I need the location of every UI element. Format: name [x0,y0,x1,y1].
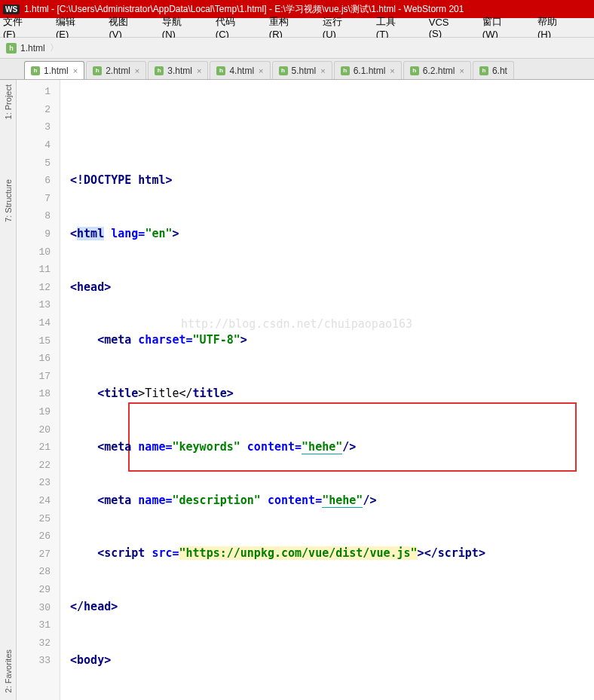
line-number: 12 [17,279,60,297]
tool-structure[interactable]: 7: Structure [4,179,13,222]
tool-project[interactable]: 1: Project [4,84,13,119]
line-number: 26 [17,527,60,546]
line-number: 10 [17,243,60,261]
html-file-icon: h [216,66,225,75]
line-number: 21 [17,439,60,457]
close-icon[interactable]: × [320,66,325,75]
tab-label: 5.html [292,66,317,76]
html-file-icon: h [31,66,40,75]
html-file-icon: h [341,66,350,75]
html-file-icon: h [93,66,102,75]
html-file-icon: h [155,66,164,75]
tab-label: 6.ht [492,66,507,76]
line-number: 14 [17,314,60,332]
line-number: 18 [17,385,60,403]
line-number: 16 [17,350,60,368]
menu-run[interactable]: 运行 (U) [323,15,366,40]
window-title: 1.html - [C:\Users\Administrator\AppData… [24,3,464,16]
line-number: 6 [17,172,60,190]
line-number-gutter: 1234567891011121314151617181920212223242… [17,80,60,700]
app-badge: WS [3,5,20,14]
html-file-icon: h [279,66,288,75]
line-number: 13 [17,296,60,314]
line-number: 29 [17,581,60,599]
tab-2-html[interactable]: h 2.html × [86,61,146,79]
watermark-text: http://blog.csdn.net/chuipaopao163 [181,316,412,334]
menu-edit[interactable]: 编辑 (E) [56,15,98,40]
tab-label: 2.html [106,66,130,76]
menu-code[interactable]: 代码 (C) [216,15,259,40]
menu-file[interactable]: 文件 (F) [3,15,45,40]
line-number: 30 [17,598,60,616]
line-number: 19 [17,403,60,421]
line-number: 3 [17,118,60,136]
tab-label: 6.2.html [423,66,455,76]
line-number: 23 [17,474,60,492]
close-icon[interactable]: × [73,66,78,75]
line-number: 15 [17,332,60,350]
tab-6-2-html[interactable]: h 6.2.html × [403,61,471,79]
line-number: 7 [17,190,60,208]
menu-tools[interactable]: 工具 (T) [376,15,418,40]
close-icon[interactable]: × [197,66,201,75]
line-number: 5 [17,154,60,172]
close-icon[interactable]: × [390,66,394,75]
menu-bar: 文件 (F) 编辑 (E) 视图 (V) 导航 (N) 代码 (C) 重构 (R… [0,18,594,38]
line-number: 2 [17,101,60,119]
code-editor[interactable]: http://blog.csdn.net/chuipaopao163 <!DOC… [60,80,594,700]
tab-6-html-partial[interactable]: h 6.ht [473,61,514,79]
tab-6-1-html[interactable]: h 6.1.html × [334,61,402,79]
menu-help[interactable]: 帮助 (H) [537,15,580,40]
line-number: 17 [17,368,60,386]
editor-tab-bar: h 1.html × h 2.html × h 3.html × h 4.htm… [0,59,594,80]
menu-view[interactable]: 视图 (V) [109,15,151,40]
breadcrumb: h 1.html 〉 [0,38,594,59]
tab-label: 3.html [167,66,192,76]
close-icon[interactable]: × [459,66,464,75]
annotation-red-box [128,402,577,472]
line-number: 24 [17,492,60,510]
line-number: 8 [17,207,60,225]
menu-refactor[interactable]: 重构 (R) [269,15,312,40]
menu-vcs[interactable]: VCS (S) [429,17,472,39]
line-number: 33 [17,652,60,670]
tool-strip-left: 1: Project 7: Structure 2: Favorites [0,80,17,700]
menu-window[interactable]: 窗口 (W) [482,15,527,40]
breadcrumb-file[interactable]: 1.html [20,43,45,53]
tab-4-html[interactable]: h 4.html × [210,61,270,79]
menu-navigate[interactable]: 导航 (N) [162,15,205,40]
tab-3-html[interactable]: h 3.html × [148,61,208,79]
tab-1-html[interactable]: h 1.html × [24,61,84,79]
line-number: 22 [17,456,60,474]
html-file-icon: h [410,66,419,75]
line-number: 1 [17,83,60,101]
html-file-icon: h [479,66,488,75]
line-number: 4 [17,136,60,154]
line-number: 9 [17,225,60,243]
line-number: 25 [17,509,60,527]
close-icon[interactable]: × [135,66,139,75]
tab-label: 4.html [229,66,254,76]
close-icon[interactable]: × [259,66,263,75]
breadcrumb-separator: 〉 [50,41,59,54]
line-number: 27 [17,545,60,563]
tab-label: 1.html [44,66,69,76]
tab-5-html[interactable]: h 5.html × [272,61,332,79]
line-number: 11 [17,261,60,279]
line-number: 28 [17,563,60,581]
line-number: 31 [17,616,60,634]
tab-label: 6.1.html [354,66,386,76]
line-number: 20 [17,420,60,439]
line-number: 32 [17,634,60,652]
main-area: 1: Project 7: Structure 2: Favorites 123… [0,80,594,700]
tool-favorites[interactable]: 2: Favorites [4,650,13,692]
html-file-icon: h [6,43,17,53]
